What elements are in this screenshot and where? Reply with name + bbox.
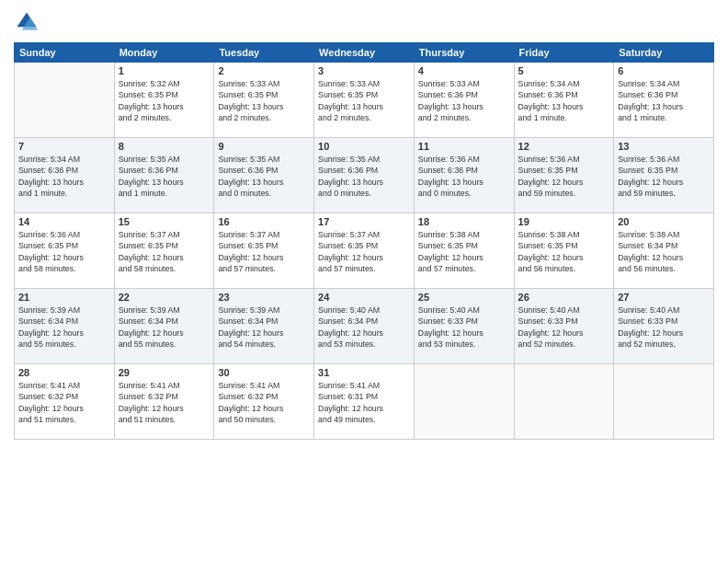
day-number: 14 [18, 216, 110, 227]
calendar-cell: 24Sunrise: 5:40 AM Sunset: 6:34 PM Dayli… [314, 289, 415, 364]
day-header-friday: Friday [514, 43, 614, 63]
day-number: 7 [18, 141, 110, 152]
calendar-cell: 11Sunrise: 5:36 AM Sunset: 6:36 PM Dayli… [414, 138, 514, 213]
day-header-tuesday: Tuesday [214, 43, 314, 63]
day-info: Sunrise: 5:32 AM Sunset: 6:35 PM Dayligh… [119, 78, 210, 123]
calendar-cell: 5Sunrise: 5:34 AM Sunset: 6:36 PM Daylig… [514, 63, 614, 138]
day-info: Sunrise: 5:33 AM Sunset: 6:35 PM Dayligh… [218, 78, 310, 123]
day-number: 8 [119, 141, 210, 152]
day-number: 12 [518, 141, 610, 152]
calendar-cell: 8Sunrise: 5:35 AM Sunset: 6:36 PM Daylig… [114, 138, 214, 213]
day-number: 15 [119, 216, 210, 227]
day-info: Sunrise: 5:39 AM Sunset: 6:34 PM Dayligh… [18, 304, 110, 350]
day-number: 21 [18, 292, 110, 303]
day-number: 3 [318, 65, 410, 76]
day-number: 23 [218, 292, 310, 303]
day-info: Sunrise: 5:34 AM Sunset: 6:36 PM Dayligh… [18, 154, 110, 199]
day-number: 25 [418, 292, 510, 303]
day-info: Sunrise: 5:38 AM Sunset: 6:35 PM Dayligh… [418, 229, 510, 274]
calendar-cell: 23Sunrise: 5:39 AM Sunset: 6:34 PM Dayli… [214, 289, 314, 364]
day-number: 10 [318, 141, 410, 152]
calendar-cell [514, 364, 614, 440]
day-info: Sunrise: 5:33 AM Sunset: 6:36 PM Dayligh… [418, 78, 510, 123]
day-number: 13 [618, 141, 710, 152]
day-header-sunday: Sunday [15, 43, 115, 63]
calendar-cell: 22Sunrise: 5:39 AM Sunset: 6:34 PM Dayli… [114, 289, 214, 364]
day-number: 29 [119, 367, 210, 378]
calendar-cell: 25Sunrise: 5:40 AM Sunset: 6:33 PM Dayli… [414, 289, 514, 364]
day-number: 18 [418, 216, 510, 227]
day-number: 1 [119, 65, 210, 76]
day-info: Sunrise: 5:41 AM Sunset: 6:31 PM Dayligh… [318, 380, 410, 425]
calendar-cell [614, 364, 714, 440]
calendar-cell [15, 63, 115, 138]
day-number: 17 [318, 216, 410, 227]
day-header-thursday: Thursday [414, 43, 514, 63]
day-info: Sunrise: 5:40 AM Sunset: 6:33 PM Dayligh… [618, 304, 710, 350]
calendar-cell: 10Sunrise: 5:35 AM Sunset: 6:36 PM Dayli… [314, 138, 415, 213]
calendar-week-row: 28Sunrise: 5:41 AM Sunset: 6:32 PM Dayli… [15, 364, 714, 440]
calendar-cell: 1Sunrise: 5:32 AM Sunset: 6:35 PM Daylig… [114, 63, 214, 138]
calendar-cell: 9Sunrise: 5:35 AM Sunset: 6:36 PM Daylig… [214, 138, 314, 213]
day-info: Sunrise: 5:36 AM Sunset: 6:35 PM Dayligh… [18, 229, 110, 274]
logo-icon [14, 9, 40, 35]
day-number: 9 [218, 141, 310, 152]
calendar-cell: 17Sunrise: 5:37 AM Sunset: 6:35 PM Dayli… [314, 213, 415, 289]
day-info: Sunrise: 5:40 AM Sunset: 6:34 PM Dayligh… [318, 304, 410, 350]
day-number: 24 [318, 292, 410, 303]
calendar-cell: 16Sunrise: 5:37 AM Sunset: 6:35 PM Dayli… [214, 213, 314, 289]
day-header-saturday: Saturday [614, 43, 714, 63]
day-info: Sunrise: 5:37 AM Sunset: 6:35 PM Dayligh… [318, 229, 410, 274]
calendar-cell: 28Sunrise: 5:41 AM Sunset: 6:32 PM Dayli… [15, 364, 115, 440]
calendar-week-row: 7Sunrise: 5:34 AM Sunset: 6:36 PM Daylig… [15, 138, 714, 213]
calendar-page: SundayMondayTuesdayWednesdayThursdayFrid… [0, 0, 728, 563]
calendar-cell: 19Sunrise: 5:38 AM Sunset: 6:35 PM Dayli… [514, 213, 614, 289]
day-info: Sunrise: 5:36 AM Sunset: 6:36 PM Dayligh… [418, 154, 510, 199]
day-info: Sunrise: 5:39 AM Sunset: 6:34 PM Dayligh… [119, 304, 210, 350]
calendar-cell: 26Sunrise: 5:40 AM Sunset: 6:33 PM Dayli… [514, 289, 614, 364]
day-info: Sunrise: 5:35 AM Sunset: 6:36 PM Dayligh… [318, 154, 410, 199]
calendar-week-row: 1Sunrise: 5:32 AM Sunset: 6:35 PM Daylig… [15, 63, 714, 138]
day-info: Sunrise: 5:38 AM Sunset: 6:34 PM Dayligh… [618, 229, 710, 274]
calendar-cell: 18Sunrise: 5:38 AM Sunset: 6:35 PM Dayli… [414, 213, 514, 289]
day-number: 19 [518, 216, 610, 227]
calendar-cell: 15Sunrise: 5:37 AM Sunset: 6:35 PM Dayli… [114, 213, 214, 289]
day-number: 27 [618, 292, 710, 303]
day-info: Sunrise: 5:36 AM Sunset: 6:35 PM Dayligh… [518, 154, 610, 199]
day-header-wednesday: Wednesday [314, 43, 415, 63]
day-info: Sunrise: 5:40 AM Sunset: 6:33 PM Dayligh… [418, 304, 510, 350]
day-info: Sunrise: 5:37 AM Sunset: 6:35 PM Dayligh… [218, 229, 310, 274]
day-number: 28 [18, 367, 110, 378]
day-number: 6 [618, 65, 710, 76]
calendar-cell: 3Sunrise: 5:33 AM Sunset: 6:35 PM Daylig… [314, 63, 415, 138]
day-number: 20 [618, 216, 710, 227]
day-info: Sunrise: 5:41 AM Sunset: 6:32 PM Dayligh… [18, 380, 110, 425]
day-number: 30 [218, 367, 310, 378]
calendar-cell [414, 364, 514, 440]
day-info: Sunrise: 5:34 AM Sunset: 6:36 PM Dayligh… [518, 78, 610, 123]
day-number: 2 [218, 65, 310, 76]
day-info: Sunrise: 5:33 AM Sunset: 6:35 PM Dayligh… [318, 78, 410, 123]
calendar-cell: 13Sunrise: 5:36 AM Sunset: 6:35 PM Dayli… [614, 138, 714, 213]
calendar-cell: 20Sunrise: 5:38 AM Sunset: 6:34 PM Dayli… [614, 213, 714, 289]
calendar-table: SundayMondayTuesdayWednesdayThursdayFrid… [14, 42, 714, 440]
day-number: 5 [518, 65, 610, 76]
calendar-week-row: 14Sunrise: 5:36 AM Sunset: 6:35 PM Dayli… [15, 213, 714, 289]
calendar-cell: 27Sunrise: 5:40 AM Sunset: 6:33 PM Dayli… [614, 289, 714, 364]
calendar-cell: 21Sunrise: 5:39 AM Sunset: 6:34 PM Dayli… [15, 289, 115, 364]
calendar-cell: 29Sunrise: 5:41 AM Sunset: 6:32 PM Dayli… [114, 364, 214, 440]
day-info: Sunrise: 5:37 AM Sunset: 6:35 PM Dayligh… [119, 229, 210, 274]
day-info: Sunrise: 5:35 AM Sunset: 6:36 PM Dayligh… [119, 154, 210, 199]
day-number: 31 [318, 367, 410, 378]
logo [14, 9, 43, 35]
calendar-cell: 14Sunrise: 5:36 AM Sunset: 6:35 PM Dayli… [15, 213, 115, 289]
day-number: 26 [518, 292, 610, 303]
calendar-cell: 7Sunrise: 5:34 AM Sunset: 6:36 PM Daylig… [15, 138, 115, 213]
calendar-cell: 12Sunrise: 5:36 AM Sunset: 6:35 PM Dayli… [514, 138, 614, 213]
day-info: Sunrise: 5:40 AM Sunset: 6:33 PM Dayligh… [518, 304, 610, 350]
day-info: Sunrise: 5:38 AM Sunset: 6:35 PM Dayligh… [518, 229, 610, 274]
day-info: Sunrise: 5:41 AM Sunset: 6:32 PM Dayligh… [119, 380, 210, 425]
calendar-cell: 31Sunrise: 5:41 AM Sunset: 6:31 PM Dayli… [314, 364, 415, 440]
calendar-cell: 4Sunrise: 5:33 AM Sunset: 6:36 PM Daylig… [414, 63, 514, 138]
day-number: 11 [418, 141, 510, 152]
